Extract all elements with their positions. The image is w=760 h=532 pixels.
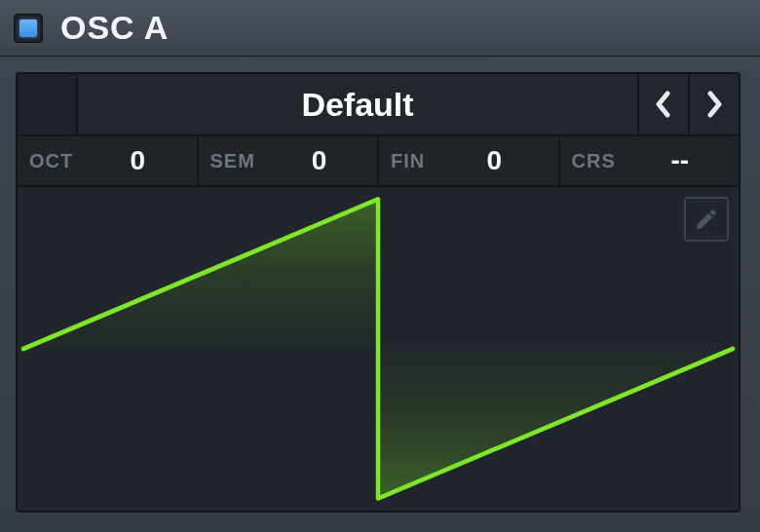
fine-label: FIN [391,150,425,172]
waveform-edit-button[interactable] [684,197,729,242]
osc-body: Default OCT 0 SEM 0 FIN [16,72,741,513]
preset-menu-button[interactable] [18,74,78,134]
preset-prev-button[interactable] [637,74,688,134]
fine-value: 0 [442,145,546,176]
chevron-right-icon [704,91,724,118]
titlebar: OSC A [0,0,760,57]
octave-label: OCT [29,150,73,172]
preset-next-button[interactable] [688,74,739,134]
power-indicator-icon [19,19,37,37]
fine-control[interactable]: FIN 0 [379,136,560,185]
osc-title: OSC A [60,9,169,47]
params-row: OCT 0 SEM 0 FIN 0 CRS -- [18,136,739,187]
waveform-svg [18,187,739,511]
coarse-control[interactable]: CRS -- [560,136,740,185]
coarse-label: CRS [572,150,616,172]
octave-control[interactable]: OCT 0 [18,136,199,185]
waveform-display[interactable] [18,187,739,511]
osc-enable-toggle[interactable] [14,14,43,43]
pencil-icon [694,207,719,232]
preset-name-selector[interactable]: Default [78,74,637,134]
preset-row: Default [18,74,739,136]
octave-value: 0 [91,145,184,176]
coarse-value: -- [633,145,727,176]
semitone-value: 0 [273,145,365,176]
semitone-control[interactable]: SEM 0 [199,136,380,185]
oscillator-panel: OSC A Default OCT 0 SEM [0,0,760,532]
chevron-left-icon [654,91,673,118]
semitone-label: SEM [210,150,255,172]
